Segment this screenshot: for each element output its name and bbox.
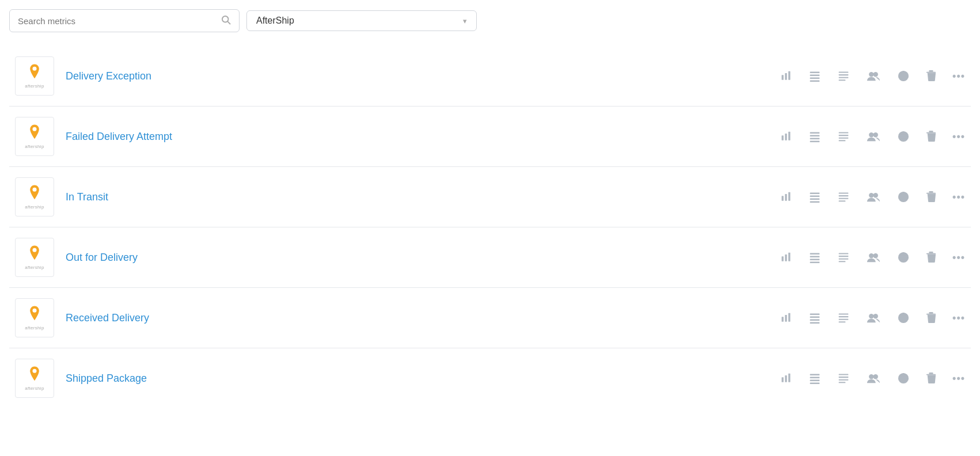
- metric-name[interactable]: Delivery Exception: [66, 70, 780, 82]
- metric-name[interactable]: Shipped Package: [66, 373, 780, 385]
- metric-name[interactable]: In Transit: [66, 191, 780, 203]
- aftership-logo-text: aftership: [25, 325, 44, 330]
- more-options-icon[interactable]: •••: [952, 131, 965, 143]
- svg-rect-41: [929, 131, 933, 132]
- metric-name[interactable]: Out for Delivery: [66, 252, 780, 264]
- svg-rect-121: [929, 373, 933, 374]
- group-icon[interactable]: [866, 70, 881, 82]
- text-list-icon[interactable]: [837, 191, 850, 203]
- search-icon: [221, 14, 231, 27]
- more-options-icon[interactable]: •••: [952, 70, 965, 82]
- text-list-icon[interactable]: [837, 312, 850, 324]
- metric-logo: aftership: [15, 177, 54, 216]
- metric-name[interactable]: Failed Delivery Attempt: [66, 131, 780, 143]
- delete-icon[interactable]: [926, 311, 936, 324]
- svg-rect-25: [788, 132, 790, 140]
- globe-icon[interactable]: [897, 130, 910, 143]
- bar-chart-icon[interactable]: [780, 131, 792, 142]
- delete-icon[interactable]: [926, 191, 936, 203]
- svg-rect-89: [810, 322, 820, 324]
- group-icon[interactable]: [866, 130, 881, 143]
- bar-chart-icon[interactable]: [780, 312, 792, 324]
- table-icon[interactable]: [808, 191, 821, 203]
- text-list-icon[interactable]: [837, 131, 850, 142]
- delete-icon[interactable]: [926, 251, 936, 264]
- table-icon[interactable]: [808, 70, 821, 82]
- table-icon[interactable]: [808, 373, 821, 384]
- metric-actions: •••: [780, 251, 965, 264]
- metric-actions: •••: [780, 130, 965, 143]
- table-icon[interactable]: [808, 252, 821, 263]
- svg-rect-24: [785, 134, 787, 140]
- globe-icon[interactable]: [897, 372, 910, 385]
- text-list-icon[interactable]: [837, 252, 850, 263]
- svg-rect-27: [810, 135, 820, 137]
- text-list-icon[interactable]: [837, 373, 850, 384]
- group-icon[interactable]: [866, 311, 881, 324]
- svg-rect-7: [810, 75, 820, 77]
- dropdown-label: AfterShip: [256, 16, 294, 26]
- svg-point-82: [33, 309, 37, 313]
- source-dropdown[interactable]: AfterShip ▾: [246, 10, 477, 31]
- delete-icon[interactable]: [926, 130, 936, 143]
- globe-icon[interactable]: [897, 251, 910, 264]
- table-row: aftership Failed Delivery Attempt: [9, 107, 971, 167]
- svg-rect-110: [839, 374, 849, 375]
- svg-rect-60: [926, 193, 936, 194]
- metric-logo: aftership: [15, 298, 54, 337]
- table-row: aftership In Transit: [9, 167, 971, 227]
- delete-icon[interactable]: [926, 70, 936, 82]
- svg-rect-61: [929, 191, 933, 193]
- bar-chart-icon[interactable]: [780, 373, 792, 384]
- aftership-logo-text: aftership: [25, 386, 44, 391]
- metric-actions: •••: [780, 311, 965, 324]
- metric-logo: aftership: [15, 238, 54, 277]
- svg-point-95: [873, 314, 878, 318]
- svg-rect-30: [839, 132, 849, 134]
- svg-rect-51: [839, 195, 849, 196]
- search-input[interactable]: [18, 16, 221, 26]
- svg-rect-83: [782, 317, 784, 321]
- aftership-logo-text: aftership: [25, 83, 44, 89]
- svg-rect-112: [839, 379, 849, 381]
- bar-chart-icon[interactable]: [780, 70, 792, 82]
- svg-point-115: [873, 374, 878, 379]
- aftership-logo-text: aftership: [25, 204, 44, 210]
- globe-icon[interactable]: [897, 70, 910, 82]
- svg-point-114: [869, 374, 873, 379]
- globe-icon[interactable]: [897, 311, 910, 324]
- svg-rect-91: [839, 316, 849, 317]
- group-icon[interactable]: [866, 372, 881, 385]
- svg-point-102: [33, 369, 37, 373]
- svg-rect-13: [839, 79, 846, 81]
- svg-rect-26: [810, 132, 820, 134]
- delete-icon[interactable]: [926, 372, 936, 385]
- svg-rect-47: [810, 196, 820, 197]
- bar-chart-icon[interactable]: [780, 191, 792, 203]
- search-box[interactable]: [9, 9, 240, 32]
- table-icon[interactable]: [808, 131, 821, 142]
- globe-icon[interactable]: [897, 191, 910, 203]
- more-options-icon[interactable]: •••: [952, 252, 965, 264]
- more-options-icon[interactable]: •••: [952, 373, 965, 385]
- svg-rect-28: [810, 138, 820, 140]
- svg-rect-31: [839, 135, 849, 136]
- bar-chart-icon[interactable]: [780, 252, 792, 263]
- group-icon[interactable]: [866, 251, 881, 264]
- svg-point-94: [869, 314, 873, 318]
- more-options-icon[interactable]: •••: [952, 191, 965, 203]
- more-options-icon[interactable]: •••: [952, 312, 965, 324]
- svg-point-74: [869, 253, 873, 258]
- svg-rect-100: [926, 314, 936, 315]
- table-icon[interactable]: [808, 312, 821, 324]
- svg-rect-50: [839, 193, 849, 194]
- svg-rect-5: [788, 71, 790, 80]
- svg-point-35: [873, 132, 878, 137]
- svg-rect-9: [810, 81, 820, 82]
- svg-rect-85: [788, 313, 790, 322]
- text-list-icon[interactable]: [837, 70, 850, 82]
- metric-name[interactable]: Received Delivery: [66, 312, 780, 324]
- metric-logo: aftership: [15, 56, 54, 96]
- svg-rect-12: [839, 77, 849, 78]
- group-icon[interactable]: [866, 191, 881, 203]
